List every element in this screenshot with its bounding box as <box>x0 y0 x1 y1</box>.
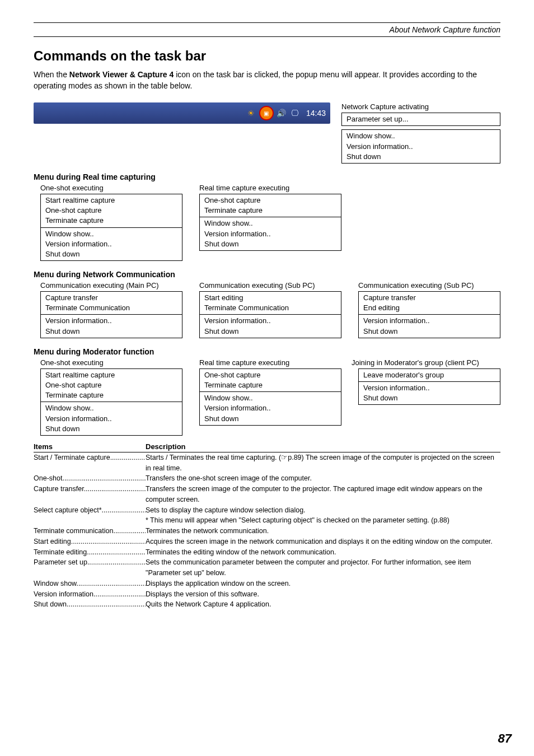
page-number: 87 <box>498 731 512 746</box>
section-realtime: Menu during Real time capturing <box>34 172 500 181</box>
item-description: Transfers the one-shot screen image of t… <box>146 473 500 484</box>
menu-item[interactable]: Leave moderator's group <box>363 370 495 380</box>
description-row: Start / Terminate capture...............… <box>34 452 500 474</box>
menu-item[interactable]: Version information.. <box>363 316 495 326</box>
menu-item[interactable]: Version information.. <box>45 316 177 326</box>
page-title: Commands on the task bar <box>34 48 500 64</box>
menu-item[interactable]: Version information.. <box>45 239 177 249</box>
description-row: Terminate editing.......................… <box>34 547 500 558</box>
description-row: Version information.....................… <box>34 589 500 600</box>
menu-item[interactable]: One-shot capture <box>204 195 336 206</box>
menu-item[interactable]: Version information.. <box>346 142 495 152</box>
menu-item[interactable]: Window show.. <box>45 229 177 239</box>
menu-item[interactable]: Shut down <box>363 326 495 337</box>
menu-item[interactable]: Capture transfer <box>45 293 177 303</box>
menu-item[interactable]: Terminate capture <box>45 390 177 400</box>
menu-netcomm-1: Capture transfer Terminate Communication… <box>40 291 182 338</box>
activating-label: Network Capture activating <box>341 102 500 111</box>
menu-item[interactable]: Terminate capture <box>204 206 336 216</box>
item-label: Shut down...............................… <box>34 599 146 610</box>
menu-item[interactable]: One-shot capture <box>45 206 177 216</box>
menu-item[interactable]: End editing <box>363 303 495 313</box>
menu-item[interactable]: Terminate capture <box>45 216 177 226</box>
tray-icon-monitor: 🖵 <box>289 108 301 119</box>
menu-item[interactable]: Window show.. <box>204 393 336 403</box>
menu-mod-mid: One-shot capture Terminate capture Windo… <box>199 368 341 426</box>
menu-item[interactable]: Shut down <box>346 152 495 162</box>
menu-netcomm-2: Start editing Terminate Communication Ve… <box>199 291 341 338</box>
item-description: Terminates the editing window of the net… <box>146 547 500 558</box>
menu-activating-1: Parameter set up... <box>341 113 500 126</box>
item-label: Start / Terminate capture...............… <box>34 452 146 474</box>
description-row: Capture transfer........................… <box>34 484 500 505</box>
description-row: Parameter set up........................… <box>34 557 500 578</box>
menu-item[interactable]: Shut down <box>363 393 495 403</box>
label-mod-realtime: Real time capture executing <box>193 358 341 367</box>
menu-item[interactable]: Shut down <box>45 424 177 434</box>
menu-item[interactable]: Start realtime capture <box>45 370 177 380</box>
label-oneshot-exec: One-shot executing <box>34 184 182 192</box>
tray-clock: 14:43 <box>306 109 326 118</box>
menu-item[interactable]: Shut down <box>204 414 336 424</box>
menu-activating-2: Window show.. Version information.. Shut… <box>341 129 500 164</box>
menu-item[interactable]: Parameter set up... <box>346 114 495 124</box>
menu-item[interactable]: Version information.. <box>204 316 336 326</box>
menu-realtime-mid: One-shot capture Terminate capture Windo… <box>199 194 341 251</box>
item-label: Select capture object*..................… <box>34 505 146 516</box>
description-row: Select capture object*..................… <box>34 505 500 516</box>
item-description: Sets to display the capture window selec… <box>146 505 500 516</box>
item-description: Starts / Terminates the real time captur… <box>146 452 500 474</box>
tray-icon-capture: ▣ <box>259 106 274 120</box>
items-table-header: Items Description <box>34 442 500 452</box>
description-continuation: * This menu will appear when "Select cap… <box>34 515 500 526</box>
item-description: Displays the version of this software. <box>146 589 500 600</box>
menu-item[interactable]: Shut down <box>45 326 177 337</box>
menu-item[interactable]: Version information.. <box>204 229 336 239</box>
item-description: Terminates the network communication. <box>146 526 500 536</box>
menu-item[interactable]: One-shot capture <box>204 370 336 380</box>
item-description: Sets the communication parameter between… <box>146 557 500 578</box>
item-label: Terminate editing.......................… <box>34 547 146 558</box>
menu-item[interactable]: One-shot capture <box>45 380 177 390</box>
menu-item[interactable]: Window show.. <box>204 218 336 228</box>
section-netcomm: Menu during Network Communication <box>34 270 500 279</box>
description-row: Shut down...............................… <box>34 599 500 610</box>
menu-item[interactable]: Terminate Communication <box>204 303 336 313</box>
item-description: Displays the application window on the s… <box>146 578 500 589</box>
menu-item[interactable]: Window show.. <box>346 131 495 141</box>
menu-item[interactable]: Start editing <box>204 293 336 303</box>
description-row: Window show.............................… <box>34 578 500 589</box>
label-realtime-exec: Real time capture executing <box>193 184 341 192</box>
description-row: Start editing...........................… <box>34 536 500 547</box>
menu-item[interactable]: Terminate Communication <box>45 303 177 313</box>
item-description: Acquires the screen image in the network… <box>146 536 500 547</box>
label-mod-oneshot: One-shot executing <box>34 358 182 367</box>
item-label: One-shot................................… <box>34 473 146 484</box>
menu-item[interactable]: Version information.. <box>204 403 336 413</box>
menu-item[interactable]: Window show.. <box>45 403 177 413</box>
label-comm-sub1: Communication executing (Sub PC) <box>193 281 341 290</box>
menu-item[interactable]: Capture transfer <box>363 293 495 303</box>
menu-netcomm-3: Capture transfer End editing Version inf… <box>358 291 500 338</box>
item-label: Capture transfer........................… <box>34 484 146 505</box>
item-label: Terminate communication.................… <box>34 526 146 536</box>
description-row: One-shot................................… <box>34 473 500 484</box>
item-label: Window show.............................… <box>34 578 146 589</box>
item-description: Transfers the screen image of the comput… <box>146 484 500 505</box>
menu-item[interactable]: Version information.. <box>363 383 495 393</box>
menu-item[interactable]: Shut down <box>204 326 336 337</box>
item-description: Quits the Network Capture 4 application. <box>146 599 500 610</box>
label-mod-join: Joining in Moderator's group (client PC) <box>352 358 500 367</box>
menu-item[interactable]: Shut down <box>45 249 177 259</box>
section-moderator: Menu during Moderator function <box>34 347 500 356</box>
header-section: About Network Capture function <box>390 25 500 34</box>
menu-item[interactable]: Version information.. <box>45 414 177 424</box>
items-table-body: Start / Terminate capture...............… <box>34 452 500 610</box>
label-comm-sub2: Communication executing (Sub PC) <box>352 281 500 290</box>
tray-icon-speaker: 🔊 <box>276 108 287 119</box>
menu-mod-right: Leave moderator's group Version informat… <box>358 368 500 405</box>
menu-item[interactable]: Shut down <box>204 239 336 249</box>
menu-item[interactable]: Start realtime capture <box>45 195 177 206</box>
item-label: Start editing...........................… <box>34 536 146 547</box>
menu-item[interactable]: Terminate capture <box>204 380 336 390</box>
